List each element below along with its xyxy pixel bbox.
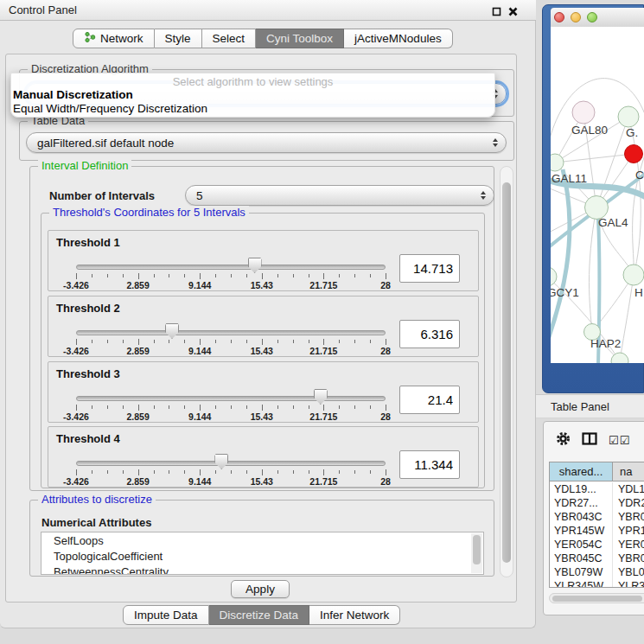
table-cell[interactable]: YBR043C xyxy=(550,510,613,524)
column-header-shared-name[interactable]: shared... xyxy=(550,462,613,481)
columns-icon[interactable] xyxy=(582,432,597,448)
table-row[interactable]: YDR27...YDR2 xyxy=(550,496,644,510)
table-cell[interactable]: YDR2 xyxy=(613,496,644,510)
attribute-list-item[interactable]: BetweennessCentrality xyxy=(41,564,471,575)
slider-tick xyxy=(200,273,201,279)
checkbox-icons[interactable]: ☑☑ xyxy=(609,434,630,447)
tab-jactivemnodules[interactable]: jActiveMNodules xyxy=(344,29,453,48)
tab-select[interactable]: Select xyxy=(202,29,257,48)
table-cell[interactable]: YBL079W xyxy=(550,565,613,579)
scrollbar-thumb[interactable] xyxy=(473,535,481,564)
vertical-scrollbar[interactable] xyxy=(500,166,513,577)
gear-icon[interactable] xyxy=(556,431,571,449)
scrollbar-thumb[interactable] xyxy=(502,182,511,563)
node-selected-red[interactable] xyxy=(625,145,643,163)
node-g[interactable] xyxy=(618,106,639,127)
slider-tick xyxy=(354,274,355,277)
scrollbar-thumb[interactable] xyxy=(552,596,642,602)
tab-impute-data[interactable]: Impute Data xyxy=(123,605,209,625)
traffic-light-minimize-icon[interactable] xyxy=(571,12,581,22)
table-cell[interactable]: YLR345W xyxy=(550,579,613,588)
network-window-titlebar xyxy=(551,8,644,27)
slider-scale-label: 28 xyxy=(380,411,391,422)
spinner-arrows xyxy=(478,191,494,201)
table-cell[interactable]: YER0 xyxy=(613,538,644,552)
slider-tick xyxy=(154,470,155,474)
slider-scale-label: 28 xyxy=(380,346,391,356)
column-header-name[interactable]: na xyxy=(613,462,644,481)
node-label: G. xyxy=(626,126,638,139)
table-cell[interactable]: YER054C xyxy=(550,538,613,552)
table-row[interactable]: YER054CYER0 xyxy=(550,538,644,552)
threshold-value-field[interactable] xyxy=(399,320,460,348)
node-label: GCY1 xyxy=(551,286,579,299)
table-row[interactable]: YDL19...YDL1 xyxy=(550,482,644,496)
slider-thumb[interactable] xyxy=(165,323,179,339)
slider-tick xyxy=(200,339,201,345)
apply-button[interactable]: Apply xyxy=(231,580,290,598)
node-gal11[interactable] xyxy=(551,154,564,171)
table-row[interactable]: YPR145WYPR1 xyxy=(550,524,644,538)
node-label: H xyxy=(634,286,643,299)
threshold-value-field[interactable] xyxy=(399,254,460,283)
table-cell[interactable]: YPR145W xyxy=(550,524,613,538)
table-data-combobox[interactable]: galFiltered.sif default node xyxy=(26,132,507,153)
traffic-light-close-icon[interactable] xyxy=(554,12,564,22)
table-row[interactable]: YBR043CYBR0 xyxy=(550,510,644,524)
table-rows: YDL19...YDL1YDR27...YDR2YBR043CYBR0YPR14… xyxy=(550,482,644,587)
slider-track[interactable] xyxy=(76,461,386,466)
dropdown-option-equal-width-frequency[interactable]: Equal Width/Frequency Discretization xyxy=(11,102,494,116)
tab-infer-network[interactable]: Infer Network xyxy=(309,605,400,625)
table-cell[interactable]: YDL19... xyxy=(550,482,613,496)
node-gcy1[interactable] xyxy=(551,267,557,286)
close-icon[interactable] xyxy=(508,6,518,19)
traffic-light-zoom-icon[interactable] xyxy=(587,12,597,22)
slider-scale-label: 15.43 xyxy=(251,476,273,487)
table-cell[interactable]: YDR27... xyxy=(550,496,613,510)
horizontal-scrollbar[interactable] xyxy=(549,593,644,603)
table-cell[interactable]: YBR0 xyxy=(613,510,644,524)
network-canvas[interactable]: GAL80 G. GAL11 C GAL4 GCY1 H HAP2 xyxy=(551,27,644,363)
slider-scale-label: 9.144 xyxy=(188,346,211,356)
node-label: GAL80 xyxy=(571,124,608,137)
slider-scale-label: 9.144 xyxy=(188,411,211,422)
threshold-label: Threshold 3 xyxy=(56,367,120,380)
table-cell[interactable]: YBR045C xyxy=(550,552,613,565)
node-h[interactable] xyxy=(623,265,644,285)
slider-track[interactable] xyxy=(76,330,386,335)
table-cell[interactable]: YBR0 xyxy=(613,552,644,565)
table-row[interactable]: YBL079WYBL0 xyxy=(550,565,644,579)
node-gal80[interactable] xyxy=(572,101,595,124)
numerical-attributes-list[interactable]: SelfLoopsTopologicalCoefficientBetweenne… xyxy=(41,532,484,575)
table-cell[interactable]: YBL0 xyxy=(613,565,644,579)
attribute-list-item[interactable]: SelfLoops xyxy=(41,533,471,549)
slider-tick xyxy=(323,273,324,279)
list-vertical-scrollbar[interactable] xyxy=(471,533,482,573)
dropdown-option-manual-discretization[interactable]: Manual Discretization xyxy=(11,88,494,102)
tab-style[interactable]: Style xyxy=(155,29,202,48)
threshold-value-field[interactable] xyxy=(399,450,460,479)
tab-label: Impute Data xyxy=(134,609,198,622)
slider-thumb[interactable] xyxy=(248,258,262,273)
attribute-list-item[interactable]: TopologicalCoefficient xyxy=(41,549,471,564)
threshold-label: Threshold 2 xyxy=(56,302,120,315)
table-cell[interactable]: YPR1 xyxy=(613,524,644,538)
tab-network[interactable]: Network xyxy=(73,29,155,48)
slider-tick xyxy=(354,470,355,474)
slider-tick xyxy=(354,340,355,343)
table-row[interactable]: YLR345WYLR3 xyxy=(550,579,644,588)
threshold-value-field[interactable] xyxy=(399,386,460,414)
slider-scale-label: 15.43 xyxy=(251,280,273,290)
slider-track[interactable] xyxy=(76,265,386,270)
slider-thumb[interactable] xyxy=(214,454,228,469)
tab-discretize-data[interactable]: Discretize Data xyxy=(209,605,310,625)
float-window-icon[interactable] xyxy=(492,6,501,19)
number-of-intervals-spinner[interactable]: 5 xyxy=(185,185,494,206)
node-bottom[interactable] xyxy=(611,353,628,363)
table-row[interactable]: YBR045CYBR0 xyxy=(550,552,644,565)
table-cell[interactable]: YLR3 xyxy=(613,579,644,588)
slider-thumb[interactable] xyxy=(314,389,328,405)
table-cell[interactable]: YDL1 xyxy=(613,482,644,496)
tab-cyni-toolbox[interactable]: Cyni Toolbox xyxy=(256,29,344,48)
slider-track[interactable] xyxy=(76,396,386,401)
